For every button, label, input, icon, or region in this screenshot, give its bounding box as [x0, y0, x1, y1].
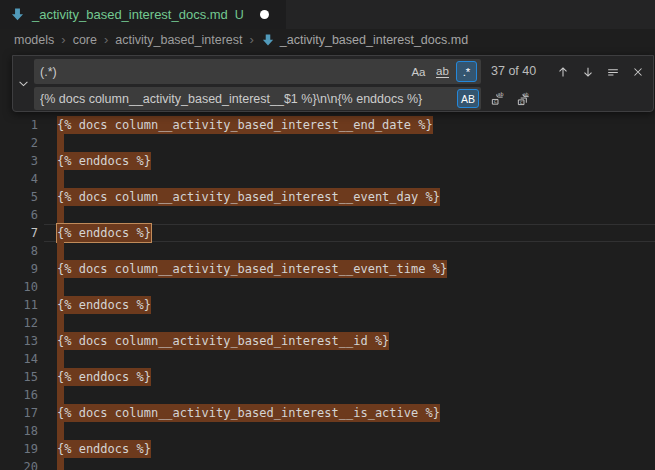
line-number[interactable]: 10	[0, 278, 38, 296]
match-case-toggle[interactable]: Aa	[408, 61, 429, 82]
line-content[interactable]	[57, 278, 64, 296]
line-content[interactable]: {% enddocs %}	[57, 296, 151, 314]
regex-toggle[interactable]: .*	[456, 61, 477, 82]
line-number[interactable]: 20	[0, 458, 38, 470]
line-number[interactable]: 4	[0, 170, 38, 188]
replace-all-icon: ab c	[516, 91, 531, 106]
tab-activity-based-interest-docs[interactable]: _activity_based_interest_docs.md U	[0, 0, 286, 29]
tab-bar: _activity_based_interest_docs.md U	[0, 0, 655, 29]
line-content[interactable]	[57, 314, 64, 332]
code-line: 12	[0, 314, 655, 332]
markdown-file-icon	[261, 33, 275, 47]
regex-label: .*	[463, 66, 471, 78]
chevron-right-icon: ›	[249, 32, 253, 47]
markdown-file-icon	[10, 7, 25, 22]
replace-icon: ab c	[490, 91, 505, 106]
breadcrumb-item-core[interactable]: core	[73, 33, 97, 47]
match-highlight	[57, 386, 64, 404]
find-widget: Aa ab .* 37 of 40	[12, 55, 654, 112]
preserve-case-toggle[interactable]: AB	[457, 89, 479, 108]
svg-text:ab: ab	[498, 91, 504, 97]
code-line: 19 {% enddocs %}	[0, 440, 655, 458]
line-content[interactable]: {% docs column__activity_based_interest_…	[57, 260, 447, 278]
previous-match-button[interactable]	[552, 61, 573, 82]
code-line: 10	[0, 278, 655, 296]
line-content[interactable]: {% enddocs %}	[57, 368, 151, 386]
match-highlight	[57, 170, 64, 188]
line-number[interactable]: 8	[0, 242, 38, 260]
line-number[interactable]: 15	[0, 368, 38, 386]
line-content[interactable]: {% docs column__activity_based_interest_…	[57, 332, 389, 350]
match-highlight	[57, 278, 64, 296]
close-find-widget-button[interactable]	[627, 61, 648, 82]
line-content[interactable]	[57, 386, 64, 404]
whole-word-label: ab	[436, 66, 449, 78]
replace-input[interactable]	[34, 87, 481, 110]
match-highlight	[57, 422, 64, 440]
line-content[interactable]: {% docs column__activity_based_interest_…	[57, 404, 440, 422]
line-number[interactable]: 1	[0, 116, 38, 134]
line-number[interactable]: 11	[0, 296, 38, 314]
code-line: 6	[0, 206, 655, 224]
line-content[interactable]: {% enddocs %}	[57, 152, 151, 170]
match-highlight: {% docs column__activity_based_interest_…	[57, 332, 389, 350]
code-lines: 1 {% docs column__activity_based_interes…	[0, 116, 655, 470]
find-nav-buttons	[552, 59, 648, 84]
code-line: 14	[0, 350, 655, 368]
replace-button[interactable]: ab c	[487, 88, 508, 109]
find-in-selection-button[interactable]	[602, 61, 623, 82]
line-number[interactable]: 6	[0, 206, 38, 224]
line-number[interactable]: 17	[0, 404, 38, 422]
arrow-up-icon	[556, 65, 570, 79]
find-in-selection-icon	[606, 65, 620, 79]
line-number[interactable]: 13	[0, 332, 38, 350]
line-content[interactable]: {% docs column__activity_based_interest_…	[57, 116, 433, 134]
next-match-button[interactable]	[577, 61, 598, 82]
line-content[interactable]	[57, 170, 64, 188]
breadcrumb-item-file[interactable]: _activity_based_interest_docs.md	[261, 33, 468, 47]
results-count: 37 of 40	[491, 59, 536, 84]
breadcrumb: models › core › activity_based_interest …	[0, 29, 655, 50]
find-toggles: Aa ab .*	[408, 61, 477, 82]
line-number[interactable]: 14	[0, 350, 38, 368]
line-content[interactable]	[57, 350, 64, 368]
line-content[interactable]	[57, 422, 64, 440]
code-line: 17 {% docs column__activity_based_intere…	[0, 404, 655, 422]
preserve-case-label: AB	[461, 93, 475, 105]
editor[interactable]: 1 {% docs column__activity_based_interes…	[0, 50, 655, 470]
match-highlight: {% enddocs %}	[57, 224, 151, 242]
match-highlight	[57, 206, 64, 224]
code-line: 5 {% docs column__activity_based_interes…	[0, 188, 655, 206]
line-number[interactable]: 19	[0, 440, 38, 458]
line-content[interactable]: {% enddocs %}	[57, 224, 151, 242]
line-content[interactable]	[57, 206, 64, 224]
replace-all-button[interactable]: ab c	[513, 88, 534, 109]
breadcrumb-item-models[interactable]: models	[14, 33, 54, 47]
match-highlight	[57, 242, 64, 260]
line-content[interactable]	[57, 242, 64, 260]
vscode-window: _activity_based_interest_docs.md U model…	[0, 0, 655, 470]
line-content[interactable]	[57, 134, 64, 152]
line-number[interactable]: 7	[0, 224, 38, 242]
match-case-label: Aa	[411, 66, 425, 78]
whole-word-toggle[interactable]: ab	[432, 61, 453, 82]
toggle-replace-button[interactable]	[13, 56, 33, 111]
code-line: 16	[0, 386, 655, 404]
line-content[interactable]: {% docs column__activity_based_interest_…	[57, 188, 440, 206]
breadcrumb-item-activity-based-interest[interactable]: activity_based_interest	[115, 33, 242, 47]
code-line: 13 {% docs column__activity_based_intere…	[0, 332, 655, 350]
line-number[interactable]: 12	[0, 314, 38, 332]
line-content[interactable]	[57, 458, 64, 470]
line-number[interactable]: 5	[0, 188, 38, 206]
line-number[interactable]: 18	[0, 422, 38, 440]
svg-text:c: c	[494, 98, 497, 104]
line-number[interactable]: 9	[0, 260, 38, 278]
match-highlight: {% docs column__activity_based_interest_…	[57, 404, 440, 422]
line-content[interactable]: {% enddocs %}	[57, 440, 151, 458]
modified-dot-icon[interactable]	[260, 10, 269, 19]
line-number[interactable]: 2	[0, 134, 38, 152]
tab-label: _activity_based_interest_docs.md	[32, 7, 228, 22]
line-number[interactable]: 3	[0, 152, 38, 170]
line-number[interactable]: 16	[0, 386, 38, 404]
code-line: 7 {% enddocs %}	[0, 224, 655, 242]
